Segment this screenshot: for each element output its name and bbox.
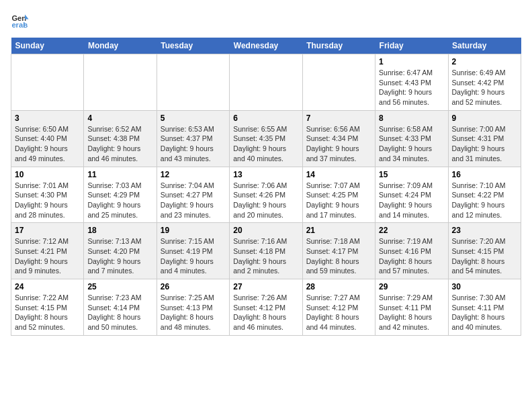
calendar-cell: 23Sunrise: 7:20 AM Sunset: 4:15 PM Dayli… xyxy=(448,223,521,279)
calendar-cell: 27Sunrise: 7:26 AM Sunset: 4:12 PM Dayli… xyxy=(230,279,302,336)
calendar-cell: 29Sunrise: 7:29 AM Sunset: 4:11 PM Dayli… xyxy=(375,279,448,336)
day-info: Sunrise: 7:04 AM Sunset: 4:27 PM Dayligh… xyxy=(161,181,226,220)
day-number: 16 xyxy=(452,170,517,179)
day-info: Sunrise: 7:18 AM Sunset: 4:17 PM Dayligh… xyxy=(306,236,371,276)
day-number: 9 xyxy=(452,113,517,123)
day-info: Sunrise: 7:20 AM Sunset: 4:15 PM Dayligh… xyxy=(452,236,517,276)
calendar-cell: 9Sunrise: 7:00 AM Sunset: 4:31 PM Daylig… xyxy=(448,110,521,167)
day-info: Sunrise: 7:23 AM Sunset: 4:14 PM Dayligh… xyxy=(87,293,152,332)
day-info: Sunrise: 7:25 AM Sunset: 4:13 PM Dayligh… xyxy=(161,293,226,332)
day-number: 19 xyxy=(161,226,226,235)
calendar-week-row: 24Sunrise: 7:22 AM Sunset: 4:15 PM Dayli… xyxy=(11,279,521,336)
calendar-cell: 2Sunrise: 6:49 AM Sunset: 4:42 PM Daylig… xyxy=(448,54,521,111)
day-number: 20 xyxy=(233,226,298,235)
day-number: 30 xyxy=(452,282,517,291)
col-header-tuesday: Tuesday xyxy=(157,38,229,54)
day-number: 15 xyxy=(379,170,444,179)
calendar-cell xyxy=(157,54,229,111)
calendar-header-row: SundayMondayTuesdayWednesdayThursdayFrid… xyxy=(11,38,521,54)
calendar-week-row: 3Sunrise: 6:50 AM Sunset: 4:40 PM Daylig… xyxy=(11,110,521,167)
calendar-cell: 1Sunrise: 6:47 AM Sunset: 4:43 PM Daylig… xyxy=(375,54,448,111)
calendar-cell: 28Sunrise: 7:27 AM Sunset: 4:12 PM Dayli… xyxy=(302,279,375,336)
day-info: Sunrise: 7:03 AM Sunset: 4:29 PM Dayligh… xyxy=(87,181,152,220)
day-info: Sunrise: 7:09 AM Sunset: 4:24 PM Dayligh… xyxy=(379,181,444,220)
calendar-cell: 20Sunrise: 7:16 AM Sunset: 4:18 PM Dayli… xyxy=(230,223,302,279)
day-number: 14 xyxy=(306,170,371,179)
day-info: Sunrise: 6:47 AM Sunset: 4:43 PM Dayligh… xyxy=(379,68,444,107)
day-info: Sunrise: 7:16 AM Sunset: 4:18 PM Dayligh… xyxy=(233,236,298,276)
calendar-cell xyxy=(230,54,302,111)
calendar-cell: 24Sunrise: 7:22 AM Sunset: 4:15 PM Dayli… xyxy=(11,279,84,336)
day-info: Sunrise: 6:53 AM Sunset: 4:37 PM Dayligh… xyxy=(161,124,226,164)
day-number: 26 xyxy=(161,282,226,291)
page-header: Gen eral B xyxy=(11,11,521,30)
day-number: 23 xyxy=(452,226,517,235)
day-info: Sunrise: 7:01 AM Sunset: 4:30 PM Dayligh… xyxy=(15,181,80,220)
calendar-cell: 11Sunrise: 7:03 AM Sunset: 4:29 PM Dayli… xyxy=(84,167,157,223)
day-info: Sunrise: 7:15 AM Sunset: 4:19 PM Dayligh… xyxy=(161,236,226,276)
col-header-friday: Friday xyxy=(375,38,448,54)
day-number: 8 xyxy=(379,113,444,123)
calendar-cell: 21Sunrise: 7:18 AM Sunset: 4:17 PM Dayli… xyxy=(302,223,375,279)
day-info: Sunrise: 7:13 AM Sunset: 4:20 PM Dayligh… xyxy=(87,236,152,276)
day-number: 2 xyxy=(452,57,517,66)
day-info: Sunrise: 7:00 AM Sunset: 4:31 PM Dayligh… xyxy=(452,124,517,164)
col-header-wednesday: Wednesday xyxy=(230,38,302,54)
day-info: Sunrise: 7:19 AM Sunset: 4:16 PM Dayligh… xyxy=(379,236,444,276)
calendar-cell xyxy=(84,54,157,111)
calendar-cell: 18Sunrise: 7:13 AM Sunset: 4:20 PM Dayli… xyxy=(84,223,157,279)
calendar-cell: 13Sunrise: 7:06 AM Sunset: 4:26 PM Dayli… xyxy=(230,167,302,223)
day-info: Sunrise: 6:56 AM Sunset: 4:34 PM Dayligh… xyxy=(306,124,371,164)
calendar-cell: 4Sunrise: 6:52 AM Sunset: 4:38 PM Daylig… xyxy=(84,110,157,167)
calendar-cell: 14Sunrise: 7:07 AM Sunset: 4:25 PM Dayli… xyxy=(302,167,375,223)
calendar-cell: 12Sunrise: 7:04 AM Sunset: 4:27 PM Dayli… xyxy=(157,167,229,223)
calendar-week-row: 1Sunrise: 6:47 AM Sunset: 4:43 PM Daylig… xyxy=(11,54,521,111)
day-number: 21 xyxy=(306,226,371,235)
day-info: Sunrise: 7:10 AM Sunset: 4:22 PM Dayligh… xyxy=(452,181,517,220)
day-info: Sunrise: 6:52 AM Sunset: 4:38 PM Dayligh… xyxy=(87,124,152,164)
day-info: Sunrise: 7:12 AM Sunset: 4:21 PM Dayligh… xyxy=(15,236,80,276)
day-number: 5 xyxy=(161,113,226,123)
calendar-cell: 22Sunrise: 7:19 AM Sunset: 4:16 PM Dayli… xyxy=(375,223,448,279)
calendar-week-row: 17Sunrise: 7:12 AM Sunset: 4:21 PM Dayli… xyxy=(11,223,521,279)
day-info: Sunrise: 7:26 AM Sunset: 4:12 PM Dayligh… xyxy=(233,293,298,332)
logo: Gen eral B xyxy=(11,11,32,30)
day-number: 24 xyxy=(15,282,80,291)
day-number: 22 xyxy=(379,226,444,235)
col-header-saturday: Saturday xyxy=(448,38,521,54)
day-number: 13 xyxy=(233,170,298,179)
day-info: Sunrise: 7:27 AM Sunset: 4:12 PM Dayligh… xyxy=(306,293,371,332)
day-number: 27 xyxy=(233,282,298,291)
day-number: 18 xyxy=(87,226,152,235)
calendar-cell: 16Sunrise: 7:10 AM Sunset: 4:22 PM Dayli… xyxy=(448,167,521,223)
calendar-cell: 19Sunrise: 7:15 AM Sunset: 4:19 PM Dayli… xyxy=(157,223,229,279)
day-info: Sunrise: 7:29 AM Sunset: 4:11 PM Dayligh… xyxy=(379,293,444,332)
day-number: 3 xyxy=(15,113,80,123)
col-header-sunday: Sunday xyxy=(11,38,84,54)
calendar-cell: 7Sunrise: 6:56 AM Sunset: 4:34 PM Daylig… xyxy=(302,110,375,167)
day-number: 25 xyxy=(87,282,152,291)
col-header-thursday: Thursday xyxy=(302,38,375,54)
day-number: 28 xyxy=(306,282,371,291)
calendar-cell xyxy=(302,54,375,111)
calendar-cell: 15Sunrise: 7:09 AM Sunset: 4:24 PM Dayli… xyxy=(375,167,448,223)
day-number: 7 xyxy=(306,113,371,123)
day-info: Sunrise: 7:30 AM Sunset: 4:11 PM Dayligh… xyxy=(452,293,517,332)
calendar-table: SundayMondayTuesdayWednesdayThursdayFrid… xyxy=(11,38,521,336)
calendar-cell: 8Sunrise: 6:58 AM Sunset: 4:33 PM Daylig… xyxy=(375,110,448,167)
day-info: Sunrise: 6:58 AM Sunset: 4:33 PM Dayligh… xyxy=(379,124,444,164)
day-info: Sunrise: 6:49 AM Sunset: 4:42 PM Dayligh… xyxy=(452,68,517,107)
day-number: 4 xyxy=(87,113,152,123)
day-number: 6 xyxy=(233,113,298,123)
col-header-monday: Monday xyxy=(84,38,157,54)
calendar-cell: 26Sunrise: 7:25 AM Sunset: 4:13 PM Dayli… xyxy=(157,279,229,336)
day-number: 29 xyxy=(379,282,444,291)
day-number: 10 xyxy=(15,170,80,179)
day-info: Sunrise: 6:50 AM Sunset: 4:40 PM Dayligh… xyxy=(15,124,80,164)
day-number: 1 xyxy=(379,57,444,66)
calendar-week-row: 10Sunrise: 7:01 AM Sunset: 4:30 PM Dayli… xyxy=(11,167,521,223)
day-info: Sunrise: 7:22 AM Sunset: 4:15 PM Dayligh… xyxy=(15,293,80,332)
calendar-cell: 10Sunrise: 7:01 AM Sunset: 4:30 PM Dayli… xyxy=(11,167,84,223)
calendar-cell: 17Sunrise: 7:12 AM Sunset: 4:21 PM Dayli… xyxy=(11,223,84,279)
day-number: 12 xyxy=(161,170,226,179)
